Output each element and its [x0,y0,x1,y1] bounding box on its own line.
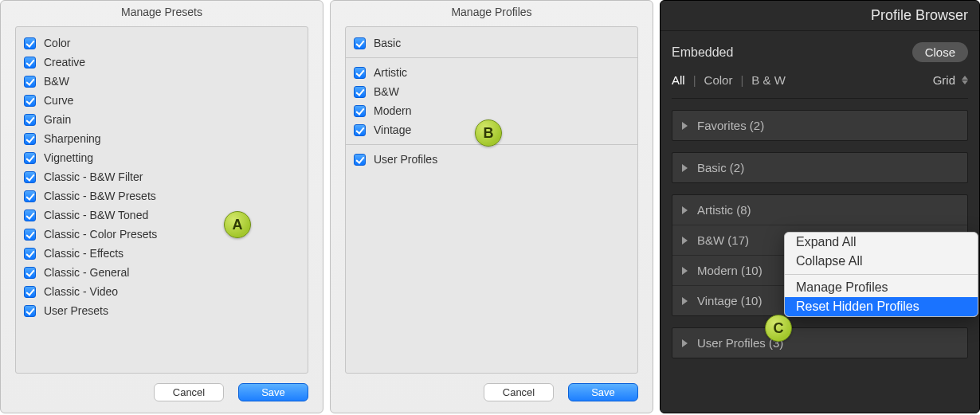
list-item[interactable]: Basic [346,33,637,53]
menu-collapse-all[interactable]: Collapse All [785,252,978,271]
list-item[interactable]: User Profiles [346,150,637,169]
list-item-label: Curve [44,94,73,107]
checkbox[interactable] [24,95,36,107]
disclosure-triangle-icon [682,267,688,275]
profile-group-row[interactable]: Basic (2) [672,153,967,182]
profile-group: Favorites (2) [672,110,968,141]
list-item[interactable]: Classic - Video [16,282,308,301]
close-button[interactable]: Close [912,42,968,62]
badge-c: C [765,315,792,342]
checkbox[interactable] [24,305,36,317]
embedded-label: Embedded [672,45,733,60]
checkbox[interactable] [24,190,36,202]
button-row: Cancel Save [1,374,323,413]
disclosure-triangle-icon [682,237,688,245]
profiles-list: BasicArtisticB&WModernVintageUser Profil… [345,26,638,374]
menu-reset-hidden[interactable]: Reset Hidden Profiles [785,297,978,316]
checkbox[interactable] [24,171,36,183]
list-item-label: Classic - Video [44,285,118,298]
panel-title: Manage Presets [1,1,323,26]
checkbox[interactable] [24,209,36,221]
list-item-label: B&W [374,85,399,98]
list-item[interactable]: Classic - General [16,263,308,282]
list-item[interactable]: Classic - B&W Filter [16,167,308,186]
profile-group-label: Basic (2) [697,161,744,174]
checkbox[interactable] [354,86,366,98]
checkbox[interactable] [354,154,366,166]
list-item-label: Vintage [374,123,411,136]
panel-title: Manage Profiles [331,1,653,26]
profile-browser-panel: Profile Browser Embedded Close All | Col… [660,0,980,413]
list-item-label: Basic [374,37,401,49]
list-item[interactable]: Creative [16,53,308,72]
checkbox[interactable] [24,152,36,164]
checkbox[interactable] [24,133,36,145]
checkbox[interactable] [354,124,366,136]
checkbox[interactable] [354,105,366,117]
profile-group: User Profiles (3) [672,327,968,358]
disclosure-triangle-icon [682,206,688,214]
cancel-button[interactable]: Cancel [154,383,224,401]
context-menu: Expand All Collapse All Manage Profiles … [784,232,978,317]
menu-expand-all[interactable]: Expand All [785,233,978,252]
profile-group-label: B&W (17) [697,233,749,247]
checkbox[interactable] [24,229,36,241]
menu-manage-profiles[interactable]: Manage Profiles [785,278,978,297]
badge-a: A [224,211,251,238]
list-item[interactable]: Classic - B&W Presets [16,186,308,206]
cancel-button[interactable]: Cancel [484,383,554,401]
list-item-label: Classic - B&W Filter [44,170,143,183]
list-item[interactable]: Sharpening [16,129,308,148]
checkbox[interactable] [24,286,36,298]
checkbox[interactable] [24,76,36,88]
list-item[interactable]: B&W [346,82,637,101]
checkbox[interactable] [24,37,36,49]
list-item[interactable]: Curve [16,91,308,110]
checkbox[interactable] [24,57,36,69]
checkbox[interactable] [24,114,36,126]
list-item-label: Classic - Effects [44,247,123,260]
profile-group-label: Modern (10) [697,264,762,277]
checkbox[interactable] [24,248,36,260]
checkbox[interactable] [24,267,36,279]
panel-title: Profile Browser [661,1,979,31]
checkbox[interactable] [354,67,366,79]
disclosure-triangle-icon [682,339,688,347]
list-item-label: Classic - B&W Toned [44,209,148,221]
save-button[interactable]: Save [238,383,308,401]
profile-group-label: Vintage (10) [697,294,762,307]
list-item[interactable]: Grain [16,110,308,129]
profile-group-label: Artistic (8) [697,203,751,217]
list-item[interactable]: Vignetting [16,148,308,167]
profile-group-label: Favorites (2) [697,119,764,132]
list-item[interactable]: Color [16,33,308,53]
save-button[interactable]: Save [568,383,638,401]
list-item[interactable]: User Presets [16,301,308,320]
list-item-label: User Presets [44,304,108,317]
checkbox[interactable] [354,37,366,49]
filter-all[interactable]: All [672,73,685,87]
badge-b: B [475,119,502,147]
list-item[interactable]: Classic - Color Presets [16,225,308,244]
list-item-label: Sharpening [44,132,101,145]
list-item[interactable]: Classic - B&W Toned [16,206,308,225]
filter-color[interactable]: Color [704,73,733,87]
profile-group-row[interactable]: Artistic (8) [672,195,967,225]
disclosure-triangle-icon [682,122,688,130]
list-item[interactable]: B&W [16,72,308,91]
disclosure-triangle-icon [682,164,688,172]
profile-group-row[interactable]: User Profiles (3) [672,328,967,358]
stepper-icon [962,76,968,84]
button-row: Cancel Save [331,374,653,413]
profile-group-row[interactable]: Favorites (2) [672,111,967,140]
view-select[interactable]: Grid [933,73,968,87]
list-item-label: Modern [374,104,411,117]
list-item[interactable]: Classic - Effects [16,244,308,263]
manage-profiles-panel: Manage Profiles BasicArtisticB&WModernVi… [330,0,653,413]
list-item-label: User Profiles [374,153,437,166]
manage-presets-panel: Manage Presets ColorCreativeB&WCurveGrai… [0,0,323,413]
list-item-label: Classic - Color Presets [44,228,157,241]
list-item[interactable]: Artistic [346,63,637,82]
filter-bw[interactable]: B & W [751,73,786,87]
list-item[interactable]: Modern [346,101,637,120]
